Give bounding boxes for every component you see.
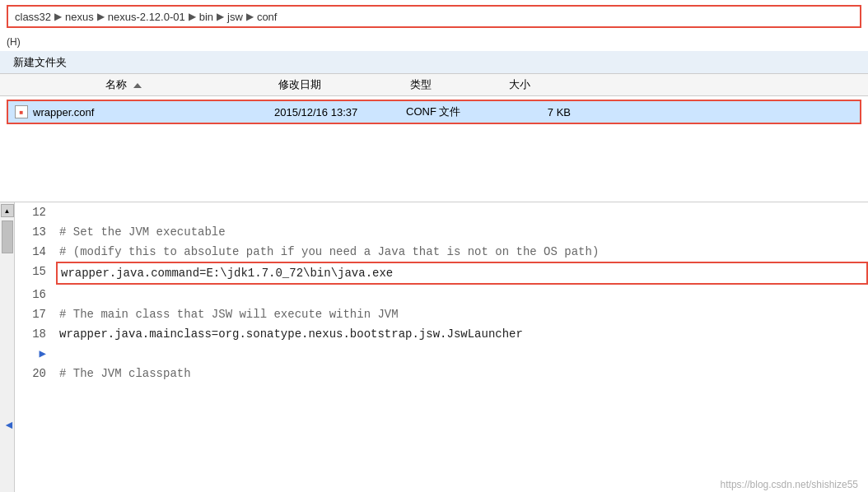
code-line-12: 12 <box>15 202 868 222</box>
left-scrollbar[interactable]: ▲ ◄ <box>0 202 15 492</box>
file-explorer: class32 ▶ nexus ▶ nexus-2.12.0-01 ▶ bin … <box>0 5 868 202</box>
breadcrumb-jsw[interactable]: jsw <box>227 11 243 23</box>
scrollbar-handle[interactable] <box>2 220 13 253</box>
line-number-14: 14 <box>15 242 56 262</box>
code-line-14: 14 # (modify this to absolute path if yo… <box>15 242 868 262</box>
file-name: wrapper.conf <box>33 106 94 118</box>
breadcrumb-class32[interactable]: class32 <box>15 11 51 23</box>
line-content-14: # (modify this to absolute path if you n… <box>56 242 868 262</box>
code-line-15: 15 wrapper.java.command=E:\jdk1.7.0_72\b… <box>15 262 868 285</box>
line-content-13: # Set the JVM executable <box>56 222 868 242</box>
line-number-16: 16 <box>15 285 56 304</box>
code-line-19: ▶ <box>15 344 868 364</box>
breadcrumb[interactable]: class32 ▶ nexus ▶ nexus-2.12.0-01 ▶ bin … <box>7 5 861 28</box>
col-header-date: 修改日期 <box>278 77 410 92</box>
file-list-header: 名称 修改日期 类型 大小 <box>0 74 868 96</box>
line-content-15: wrapper.java.command=E:\jdk1.7.0_72\bin\… <box>56 262 868 285</box>
toolbar-row: (H) <box>0 33 868 51</box>
breadcrumb-nexus[interactable]: nexus <box>65 11 94 23</box>
file-name-cell: ■ wrapper.conf <box>15 105 274 118</box>
line-number-13: 13 <box>15 222 56 242</box>
scrollbar-up-button[interactable]: ▲ <box>1 204 14 217</box>
file-type-cell: CONF 文件 <box>406 104 505 119</box>
line-content-17: # The main class that JSW will execute w… <box>56 304 868 324</box>
code-line-20: 20 # The JVM classpath <box>15 364 868 383</box>
line-number-20: 20 <box>15 364 56 383</box>
line-content-18: wrapper.java.mainclass=org.sonatype.nexu… <box>56 324 868 344</box>
breadcrumb-nexus-ver[interactable]: nexus-2.12.0-01 <box>108 11 185 23</box>
line-number-15: 15 <box>15 262 56 281</box>
file-icon: ■ <box>15 105 28 118</box>
breadcrumb-sep-3: ▶ <box>189 11 196 22</box>
code-line-13: 13 # Set the JVM executable <box>15 222 868 242</box>
file-date-cell: 2015/12/16 13:37 <box>274 106 406 118</box>
breadcrumb-conf[interactable]: conf <box>257 11 278 23</box>
new-folder-area[interactable]: 新建文件夹 <box>0 51 868 74</box>
watermark: https://blog.csdn.net/shishize55 <box>721 479 858 490</box>
toolbar-shortcut: (H) <box>7 36 21 48</box>
file-row[interactable]: ■ wrapper.conf 2015/12/16 13:37 CONF 文件 … <box>7 100 861 124</box>
breadcrumb-sep-4: ▶ <box>217 11 224 22</box>
code-line-16: 16 <box>15 285 868 304</box>
code-editor: ▲ ◄ 12 13 # Set the JVM executable 14 # … <box>0 202 868 492</box>
col-header-type: 类型 <box>410 77 509 92</box>
line-number-12: 12 <box>15 202 56 222</box>
file-size-cell: 7 KB <box>505 106 571 118</box>
breadcrumb-sep-2: ▶ <box>97 11 105 22</box>
col-header-size: 大小 <box>509 77 575 92</box>
line-number-18: 18 <box>15 324 56 344</box>
scroll-indicator: ◄ <box>3 418 15 431</box>
col-header-name: 名称 <box>7 77 278 92</box>
breadcrumb-sep-1: ▶ <box>54 11 62 22</box>
code-line-17: 17 # The main class that JSW will execut… <box>15 304 868 324</box>
line-content-20: # The JVM classpath <box>56 364 868 383</box>
line-number-17: 17 <box>15 304 56 324</box>
new-folder-button[interactable]: 新建文件夹 <box>13 55 67 70</box>
code-area: 12 13 # Set the JVM executable 14 # (mod… <box>15 202 868 492</box>
sort-arrow-icon <box>133 83 142 88</box>
breadcrumb-sep-5: ▶ <box>246 11 254 22</box>
breadcrumb-bin[interactable]: bin <box>199 11 213 23</box>
line-number-19: ▶ <box>15 344 56 364</box>
code-line-18: 18 wrapper.java.mainclass=org.sonatype.n… <box>15 324 868 344</box>
